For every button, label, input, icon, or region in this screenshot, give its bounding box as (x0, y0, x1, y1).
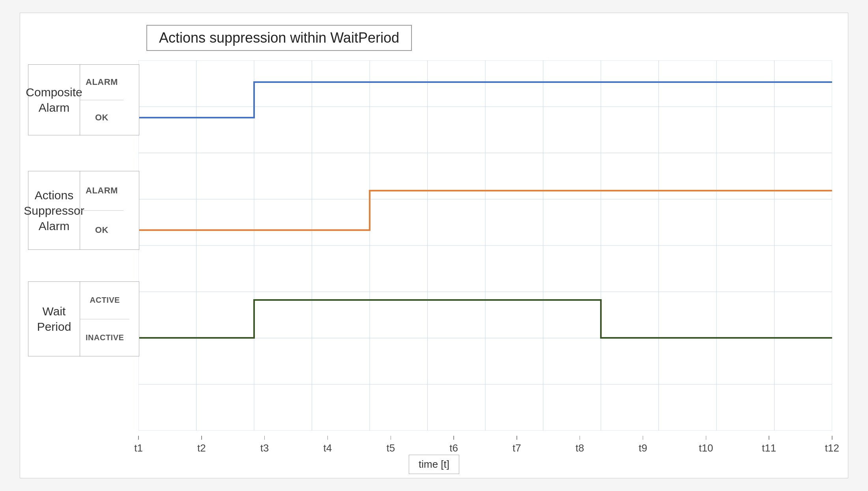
composite-alarm-state-ok: OK (80, 100, 123, 135)
wait-period-label: WaitPeriod (28, 282, 80, 356)
composite-alarm-states: ALARM OK (80, 65, 123, 135)
wait-period-states: ACTIVE INACTIVE (80, 282, 129, 356)
actions-suppressor-panel: ActionsSuppressorAlarm ALARM OK (28, 171, 139, 250)
composite-alarm-panel: CompositeAlarm ALARM OK (28, 64, 139, 135)
wait-period-panel: WaitPeriod ACTIVE INACTIVE (28, 281, 139, 356)
wait-period-state-inactive: INACTIVE (80, 319, 129, 356)
chart-svg (138, 60, 832, 431)
actions-suppressor-state-alarm: ALARM (80, 171, 123, 211)
actions-suppressor-state-ok: OK (80, 211, 123, 250)
time-axis-label: time [t] (409, 455, 459, 474)
chart-container: Actions suppression within WaitPeriod Co… (20, 13, 848, 478)
composite-alarm-label: CompositeAlarm (28, 65, 80, 135)
wait-period-state-active: ACTIVE (80, 282, 129, 319)
time-axis: t1t2t3t4t5t6t7t8t9t10t11t12 (138, 436, 832, 454)
composite-alarm-state-alarm: ALARM (80, 65, 123, 100)
actions-suppressor-label: ActionsSuppressorAlarm (28, 171, 80, 249)
chart-title: Actions suppression within WaitPeriod (146, 25, 412, 51)
actions-suppressor-states: ALARM OK (80, 171, 123, 249)
